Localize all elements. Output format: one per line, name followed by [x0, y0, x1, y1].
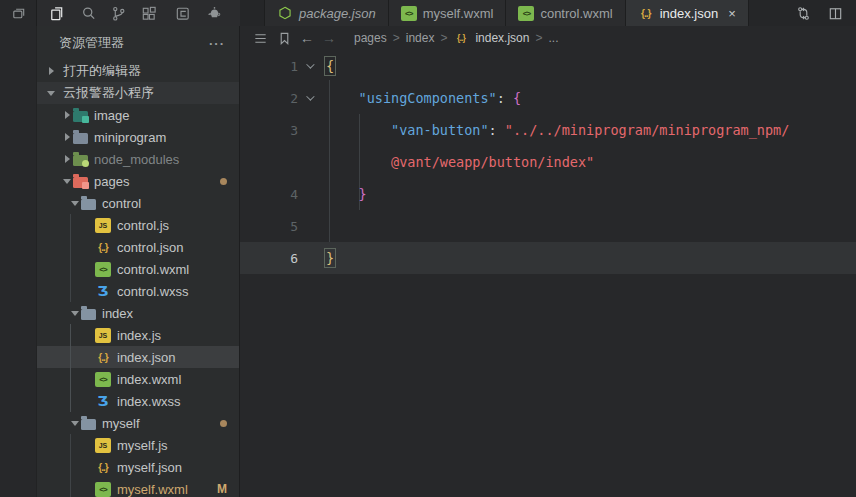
- tree-item-control-wxss[interactable]: Ʒ control.wxss: [37, 280, 239, 302]
- tree-item-index-js[interactable]: JS index.js: [37, 324, 239, 346]
- code-line-4: 4 }: [240, 178, 856, 210]
- tree-item-image[interactable]: image: [37, 104, 239, 126]
- tree-item-myself-wxml[interactable]: <> myself.wxml M: [37, 478, 239, 497]
- tab-label: index.json: [660, 6, 719, 21]
- wxml-file-icon: <>: [95, 482, 111, 497]
- sidebar-content: 资源管理器 ··· 打开的编辑器 云报警器小程序 i: [37, 26, 239, 497]
- json-file-icon: {..}: [455, 32, 469, 45]
- tree-item-pages[interactable]: pages: [37, 170, 239, 192]
- tab-label: package.json: [299, 6, 376, 21]
- fold-chevron-icon[interactable]: [298, 95, 320, 101]
- breadcrumb-pages[interactable]: pages: [354, 31, 387, 45]
- code-line-3-wrap: @vant/weapp/button/index": [240, 146, 856, 178]
- line-number: 3: [240, 123, 298, 138]
- node-modules-folder-icon: [73, 155, 88, 166]
- js-file-icon: JS: [95, 328, 111, 343]
- tree-section-open-editors[interactable]: 打开的编辑器: [37, 60, 239, 82]
- tree-item-control-js[interactable]: JS control.js: [37, 214, 239, 236]
- json-file-icon: {..}: [95, 350, 111, 365]
- navigate-back-icon[interactable]: ←: [300, 30, 314, 46]
- tree-item-miniprogram[interactable]: miniprogram: [37, 126, 239, 148]
- chevron-down-icon: [69, 311, 81, 316]
- tree-item-node-modules[interactable]: node_modules: [37, 148, 239, 170]
- tab-label: control.wxml: [540, 6, 612, 21]
- main-area: 资源管理器 ··· 打开的编辑器 云报警器小程序 i: [0, 26, 856, 497]
- tree-item-index-json[interactable]: {..} index.json: [37, 346, 239, 368]
- tab-myself-wxml[interactable]: <> myself.wxml: [389, 0, 507, 26]
- tree-item-control[interactable]: control: [37, 192, 239, 214]
- teapot-icon[interactable]: [205, 4, 223, 22]
- line-number: 2: [240, 91, 298, 106]
- tree-item-myself-json[interactable]: {..} myself.json: [37, 456, 239, 478]
- breadcrumb-symbol[interactable]: ...: [548, 31, 558, 45]
- explorer-icon[interactable]: [47, 4, 65, 22]
- code-editor[interactable]: 1 { 2 "usingComponents": { 3 "van-button…: [240, 50, 856, 497]
- code-token: :: [497, 90, 513, 106]
- code-token: @vant/weapp/button/index": [326, 154, 594, 170]
- split-editor-icon[interactable]: [826, 4, 844, 22]
- wxml-file-icon: <>: [401, 6, 417, 21]
- indent-guide: [70, 434, 71, 497]
- tree-item-control-wxml[interactable]: <> control.wxml: [37, 258, 239, 280]
- sidebar-toggle-area: [0, 0, 37, 26]
- code-line-1: 1 {: [240, 50, 856, 82]
- code-token: }: [326, 186, 367, 202]
- close-tab-icon[interactable]: ×: [728, 6, 736, 21]
- open-folder-icon: [81, 199, 96, 210]
- indent-guide-active: [70, 324, 71, 412]
- outline-list-icon[interactable]: [252, 30, 268, 46]
- wxss-file-icon: Ʒ: [95, 284, 111, 299]
- chevron-right-icon: [61, 111, 73, 119]
- json-file-icon: {..}: [638, 6, 654, 21]
- tree-item-index-wxml[interactable]: <> index.wxml: [37, 368, 239, 390]
- compare-changes-icon[interactable]: [794, 4, 812, 22]
- code-line-6-current: 6 }: [240, 242, 856, 274]
- code-token: {: [513, 90, 521, 106]
- modified-dot-badge: [220, 420, 227, 427]
- breadcrumb-bar: ← → pages > index > {..} index.json > ..…: [240, 26, 856, 50]
- chevron-right-icon: [45, 67, 57, 75]
- tree-item-index[interactable]: index: [37, 302, 239, 324]
- fold-chevron-icon[interactable]: [298, 63, 320, 69]
- breadcrumb-index-json[interactable]: index.json: [475, 31, 529, 45]
- image-folder-icon: [73, 111, 88, 122]
- navigate-forward-icon[interactable]: →: [322, 30, 336, 46]
- code-token: :: [489, 122, 505, 138]
- editor-pane: ← → pages > index > {..} index.json > ..…: [240, 26, 856, 497]
- bookmark-icon[interactable]: [276, 30, 292, 46]
- open-folder-icon: [81, 309, 96, 320]
- line-number: 6: [240, 251, 298, 266]
- js-file-icon: JS: [95, 438, 111, 453]
- search-icon[interactable]: [79, 4, 97, 22]
- chevron-down-icon: [69, 201, 81, 206]
- breadcrumb-separator: >: [440, 31, 447, 45]
- wechat-devtools-window: package.json <> myself.wxml <> control.w…: [0, 0, 856, 497]
- tab-label: myself.wxml: [423, 6, 494, 21]
- tree-item-control-json[interactable]: {..} control.json: [37, 236, 239, 258]
- tab-package-json[interactable]: package.json: [265, 0, 389, 26]
- breadcrumb-index[interactable]: index: [406, 31, 435, 45]
- node-icon: [277, 6, 293, 21]
- explorer-sidebar: 资源管理器 ··· 打开的编辑器 云报警器小程序 i: [0, 26, 240, 497]
- code-token: "van-button": [326, 122, 489, 138]
- wxml-file-icon: <>: [95, 262, 111, 277]
- activity-toolbar: [37, 0, 240, 26]
- source-control-icon[interactable]: [109, 4, 127, 22]
- chevron-down-icon: [45, 91, 57, 96]
- modified-dot-badge: [220, 178, 227, 185]
- tab-control-wxml[interactable]: <> control.wxml: [506, 0, 625, 26]
- window-restore-icon[interactable]: [9, 4, 27, 22]
- extensions-icon[interactable]: [139, 4, 157, 22]
- more-actions-icon[interactable]: ···: [209, 36, 225, 51]
- line-number: 1: [240, 59, 298, 74]
- chevron-right-icon: [61, 133, 73, 141]
- js-file-icon: JS: [95, 218, 111, 233]
- tree-item-index-wxss[interactable]: Ʒ index.wxss: [37, 390, 239, 412]
- chevron-down-icon: [61, 179, 73, 184]
- layout-icon[interactable]: [173, 4, 191, 22]
- tab-index-json[interactable]: {..} index.json ×: [626, 0, 749, 26]
- tree-item-myself-js[interactable]: JS myself.js: [37, 434, 239, 456]
- top-bar: package.json <> myself.wxml <> control.w…: [0, 0, 856, 26]
- tree-item-myself[interactable]: myself: [37, 412, 239, 434]
- tree-section-project[interactable]: 云报警器小程序: [37, 82, 239, 104]
